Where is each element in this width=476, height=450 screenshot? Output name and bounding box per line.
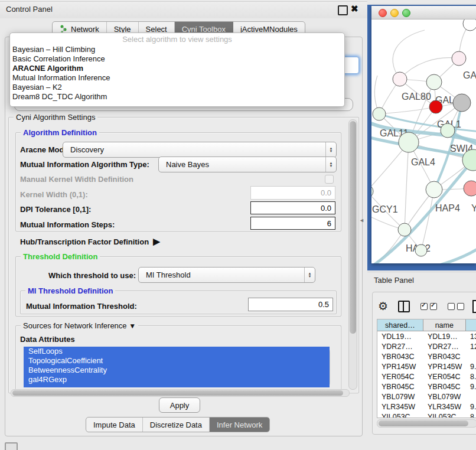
network-node[interactable] (453, 94, 471, 112)
float-window-button[interactable] (338, 5, 348, 15)
control-panel-title: Control Panel (6, 5, 53, 14)
popup-item[interactable]: Dream8 DC_TDC Algorithm (10, 92, 344, 102)
table-cell: 9. (466, 361, 476, 371)
table-cell: 8. (466, 412, 476, 418)
zoom-traffic-light-icon[interactable] (402, 9, 410, 17)
column-header[interactable] (466, 319, 476, 331)
table-row[interactable]: YDL19…YDL19…13 (377, 331, 476, 341)
table-cell: YBL079W (377, 392, 423, 402)
dock-panel-icon[interactable] (5, 442, 18, 450)
which-threshold-label: Which threshold to use: (48, 271, 136, 280)
network-node-gcy1[interactable] (371, 185, 373, 198)
manual-kernel-width-checkbox[interactable] (325, 175, 334, 184)
popup-item[interactable]: ARACNE Algorithm (10, 64, 344, 73)
apply-button[interactable]: Apply (159, 397, 200, 413)
mi-threshold-field[interactable]: 0.5 (248, 298, 333, 311)
network-window-titlebar[interactable] (371, 6, 476, 19)
kernel-width-label: Kernel Width (0,1): (20, 190, 88, 199)
table-cell: 8. (466, 371, 476, 381)
mi-algorithm-type-combobox[interactable]: Naive Bayes ▲▼ (158, 156, 337, 172)
threshold-definition-title: Threshold Definition (21, 252, 100, 261)
splitter-collapse-handle[interactable]: ◄ (359, 217, 364, 223)
settings-horizontal-scrollbar[interactable] (11, 389, 350, 397)
checked-box-icon (430, 303, 437, 310)
sources-group-toggle[interactable]: Sources for Network Inference ▼ (21, 321, 138, 330)
column-header[interactable]: name (423, 319, 466, 331)
table-row[interactable]: YPR145WYPR145W9. (377, 361, 476, 371)
which-threshold-combobox[interactable]: MI Threshold ▲▼ (138, 267, 315, 283)
data-attributes-list[interactable]: SelfLoopsTopologicalCoefficientBetweenne… (24, 347, 330, 387)
network-node-hap2[interactable] (398, 223, 411, 236)
table-cell: YPR145W (423, 361, 466, 371)
network-node[interactable] (463, 19, 476, 31)
settings-vertical-scrollbar[interactable] (348, 119, 357, 390)
partial-table-icon[interactable] (472, 300, 476, 313)
table-cell: 9. (466, 381, 476, 392)
table-row[interactable]: YIL053CYIL053C8. (377, 412, 476, 418)
bottom-tab-impute-data[interactable]: Impute Data (86, 418, 143, 432)
table-row[interactable]: YLR345WYLR345W9. (377, 402, 476, 412)
network-node[interactable] (415, 244, 427, 256)
table-cell: YDR27… (377, 341, 423, 351)
stepper-arrows-icon: ▲▼ (325, 142, 336, 157)
control-panel-titlebar (0, 1, 367, 18)
table-cell: YPR145W (377, 361, 423, 371)
table-cell: YBR043C (377, 351, 423, 361)
hub-definition-toggle[interactable]: Hub/Transcription Factor Definition ▶ (20, 236, 160, 247)
attribute-list-item[interactable]: TopologicalCoefficient (24, 356, 330, 366)
network-view-window: GALGAL80GAL10GAL1GAL11SWI4GAL4GCY1HAP4YH… (367, 5, 476, 270)
table-cell: YDR27… (423, 341, 466, 351)
mi-steps-field[interactable]: 6 (250, 217, 335, 230)
manual-kernel-width-label: Manual Kernel Width Definition (20, 175, 133, 184)
mi-steps-label: Mutual Information Steps: (20, 220, 115, 229)
dpi-tolerance-field[interactable]: 0.0 (250, 201, 335, 214)
network-node-gal4[interactable] (399, 132, 419, 152)
table-toolbar: ⚙ (378, 298, 476, 315)
table-cell: 12 (466, 341, 476, 351)
attribute-list-item[interactable]: gal4RGexp (24, 375, 330, 384)
checked-box-icon (420, 303, 428, 310)
network-canvas[interactable]: GALGAL80GAL10GAL1GAL11SWI4GAL4GCY1HAP4YH… (371, 19, 476, 263)
table-row[interactable]: YBR045CYBR045C9. (377, 381, 476, 392)
table-row[interactable]: YDR27…YDR27…12 (377, 341, 476, 351)
table-row[interactable]: YBL079WYBL079W (377, 392, 476, 402)
bottom-tab-infer-network[interactable]: Infer Network (210, 418, 269, 432)
aracne-mode-combobox[interactable]: Discovery ▲▼ (63, 142, 337, 158)
network-node-gal11[interactable] (373, 107, 386, 120)
kernel-width-field[interactable]: 0.0 (250, 186, 335, 200)
network-node-gal1[interactable] (429, 100, 442, 113)
attribute-list-item[interactable]: SelfLoops (24, 347, 330, 356)
close-panel-button[interactable]: ✖ (351, 4, 358, 14)
table-cell (466, 392, 476, 402)
table-row[interactable]: YBR043CYBR043C (377, 351, 476, 361)
column-header[interactable]: shared… (377, 319, 423, 331)
network-node-y[interactable] (464, 181, 476, 196)
node-attribute-table[interactable]: shared…nameYDL19…YDL19…13YDR27…YDR27…12Y… (377, 319, 476, 418)
table-cell: YIL053C (377, 412, 423, 418)
node-label: HAP4 (435, 203, 460, 213)
table-horizontal-scrollbar[interactable] (377, 419, 476, 428)
deselect-all-columns-button[interactable] (448, 303, 464, 310)
network-node-swi4[interactable] (441, 123, 455, 138)
popup-item[interactable]: Bayesian – Hill Climbing (10, 45, 344, 54)
network-node-gal80[interactable] (393, 72, 407, 86)
split-column-icon[interactable] (398, 301, 410, 312)
select-all-columns-button[interactable] (420, 303, 437, 310)
stepper-arrows-icon: ▲▼ (325, 157, 336, 172)
gear-icon[interactable]: ⚙ (378, 301, 388, 312)
popup-item[interactable]: Bayesian – K2 (10, 83, 344, 92)
attribute-list-item[interactable]: BetweennessCentrality (24, 366, 330, 375)
close-traffic-light-icon[interactable] (379, 9, 387, 17)
node-label: GAL80 (402, 92, 431, 102)
table-cell: YBR045C (377, 381, 423, 392)
mi-algorithm-type-label: Mutual Information Algorithm Type: (20, 160, 149, 169)
bottom-tab-discretize-data[interactable]: Discretize Data (143, 418, 210, 432)
table-cell: YDL19… (377, 331, 423, 341)
minimize-traffic-light-icon[interactable] (390, 9, 399, 17)
popup-item[interactable]: Mutual Information Inference (10, 73, 344, 83)
network-node-gal10[interactable] (426, 74, 442, 90)
table-row[interactable]: YER054CYER054C8. (377, 371, 476, 381)
network-node-hap4[interactable] (426, 181, 442, 198)
popup-item[interactable]: Basic Correlation Inference (10, 54, 344, 64)
network-node-gal[interactable] (452, 51, 466, 66)
